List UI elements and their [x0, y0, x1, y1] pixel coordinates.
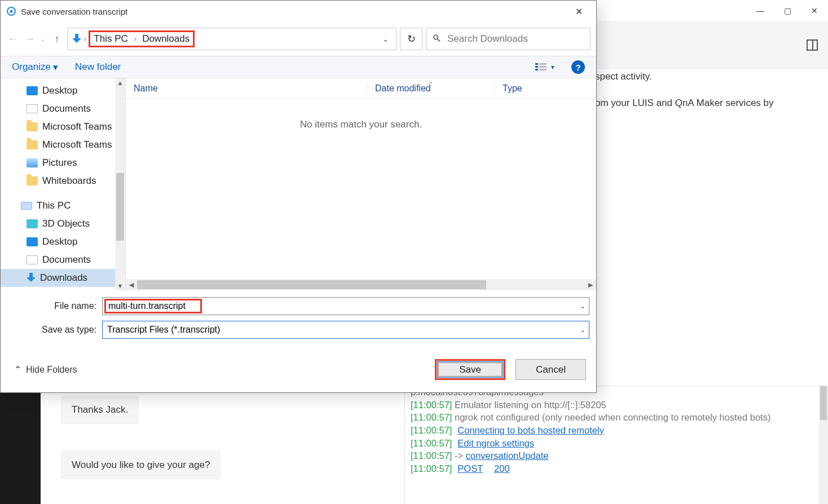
filetype-row: Save as type: Transcript Files (*.transc… — [7, 321, 589, 339]
new-folder-button[interactable]: New folder — [75, 61, 121, 73]
nav-recent-dropdown[interactable]: ⌄ — [40, 36, 47, 43]
search-input[interactable]: 🔍︎ — [426, 28, 591, 50]
nav-back-button[interactable]: ← — [6, 32, 20, 46]
pictures-icon — [27, 158, 38, 167]
organize-label: Organize — [12, 61, 51, 73]
nav-forward-button[interactable]: → — [23, 32, 37, 46]
log-arrow: -> — [452, 450, 465, 461]
help-button[interactable]: ? — [571, 60, 585, 74]
chat-bubble-2: Would you like to give your age? — [61, 451, 221, 479]
breadcrumb-sep-0: › — [83, 34, 86, 44]
tree-item-desktop-2[interactable]: Desktop — [1, 233, 125, 251]
col-type[interactable]: Type — [495, 83, 596, 94]
address-bar[interactable]: › This PC › Downloads ⌄ — [67, 28, 397, 50]
log-link-remote[interactable]: Connecting to bots hosted remotely — [457, 425, 604, 435]
files-hscrollbar[interactable]: ◀ ▶ — [126, 279, 596, 290]
log-ts-5: [11:00:57] — [411, 450, 452, 461]
layout-toggle-icon[interactable] — [807, 39, 818, 51]
filetype-select[interactable]: Transcript Files (*.transcript) ⌄ — [102, 321, 589, 339]
close-button[interactable]: ✕ — [801, 0, 828, 21]
address-dropdown[interactable]: ⌄ — [378, 35, 393, 43]
log-link-ngrok[interactable]: Edit ngrok settings — [457, 438, 534, 448]
tree-item-msteams-2[interactable]: Microsoft Teams — [1, 136, 125, 154]
documents-icon — [27, 104, 38, 113]
folder-icon — [27, 176, 38, 185]
tree-scrollbar[interactable]: ▲ ▼ — [115, 78, 125, 290]
hide-folders-label: Hide Folders — [26, 365, 77, 375]
log-ts-6: [11:00:57] — [411, 463, 452, 474]
tree-scroll-thumb[interactable] — [116, 173, 124, 241]
filename-input[interactable]: multi-turn.transcript ⌄ — [102, 297, 589, 315]
breadcrumb-downloads[interactable]: Downloads — [142, 33, 190, 45]
dialog-nav-row: ← → ⌄ ↑ › This PC › Downloads ⌄ ↻ 🔍︎ — [1, 22, 596, 56]
log-link-200[interactable]: 200 — [494, 463, 510, 474]
hide-folders-toggle[interactable]: ⌃ Hide Folders — [11, 364, 425, 375]
filename-highlight: multi-turn.transcript — [104, 299, 202, 313]
tree-label: Desktop — [42, 236, 77, 247]
sort-indicator-icon: ⌄ — [428, 78, 433, 85]
desktop-icon — [27, 237, 38, 246]
dialog-titlebar: Save conversation transcript ✕ — [1, 1, 596, 22]
tree-label: Whiteboards — [42, 175, 96, 187]
filename-dropdown-icon[interactable]: ⌄ — [580, 302, 585, 310]
view-dropdown-caret[interactable]: ▾ — [551, 63, 554, 71]
dialog-close-button[interactable]: ✕ — [566, 1, 592, 22]
view-mode-control[interactable]: ▾ — [535, 62, 554, 72]
search-field[interactable] — [447, 33, 584, 45]
log-link-convupdate[interactable]: conversationUpdate — [466, 450, 549, 461]
scroll-right-icon[interactable]: ▶ — [585, 281, 596, 289]
tree-item-documents[interactable]: Documents — [1, 100, 125, 118]
chevron-down-icon: ▾ — [53, 61, 58, 73]
log-link-post[interactable]: POST — [457, 463, 483, 474]
organize-menu[interactable]: Organize ▾ — [12, 61, 58, 73]
breadcrumb-this-pc[interactable]: This PC — [94, 33, 127, 45]
svg-rect-7 — [539, 69, 547, 70]
chat-bubble-1: Thanks Jack. — [61, 396, 139, 424]
tree-item-whiteboards[interactable]: Whiteboards — [1, 172, 125, 190]
tree-label: Pictures — [42, 157, 77, 169]
view-details-icon — [535, 62, 547, 72]
maximize-button[interactable]: ▢ — [774, 0, 801, 21]
nav-up-button[interactable]: ↑ — [50, 32, 64, 46]
col-name[interactable]: Name — [126, 83, 367, 94]
cancel-button[interactable]: Cancel — [516, 359, 586, 380]
tree-item-pictures[interactable]: Pictures — [1, 154, 125, 172]
log-ts-4: [11:00:57] — [411, 438, 452, 448]
file-list-pane: Name ⌄Date modified Type No items match … — [126, 78, 596, 290]
minimize-button[interactable]: — — [747, 0, 774, 21]
log-scroll-thumb[interactable] — [820, 386, 827, 420]
tree-item-downloads[interactable]: Downloads — [1, 269, 125, 287]
desktop-icon — [27, 86, 38, 95]
folder-icon — [27, 140, 38, 149]
hscroll-thumb[interactable] — [137, 280, 486, 289]
scroll-down-icon[interactable]: ▼ — [116, 281, 125, 290]
tree-item-documents-2[interactable]: Documents — [1, 251, 125, 269]
log-ts-1: [11:00:57] — [411, 400, 452, 410]
filename-label: File name: — [7, 301, 102, 311]
scroll-left-icon[interactable]: ◀ — [126, 281, 137, 289]
log-scrollbar[interactable] — [819, 386, 828, 504]
svg-rect-4 — [535, 69, 538, 70]
dialog-fields: File name: multi-turn.transcript ⌄ Save … — [1, 290, 596, 347]
this-pc-icon — [21, 202, 32, 210]
intro-line-2: om your LUIS and QnA Maker services by — [595, 95, 817, 112]
tree-item-desktop[interactable]: Desktop — [1, 82, 125, 100]
col-date[interactable]: ⌄Date modified — [367, 83, 495, 94]
tree-item-this-pc[interactable]: This PC — [1, 197, 125, 215]
svg-rect-6 — [539, 66, 547, 68]
documents-icon — [27, 255, 38, 264]
folder-tree[interactable]: Desktop Documents Microsoft Teams Micros… — [1, 78, 126, 290]
filetype-label: Save as type: — [7, 325, 102, 335]
log-panel: p://localhost:3978/api/messages [11:00:5… — [411, 386, 781, 504]
tree-item-msteams-1[interactable]: Microsoft Teams — [1, 118, 125, 136]
downloads-icon — [72, 34, 81, 44]
filetype-dropdown-icon[interactable]: ⌄ — [580, 326, 585, 334]
refresh-button[interactable]: ↻ — [400, 28, 422, 50]
tree-item-3d-objects[interactable]: 3D Objects — [1, 215, 125, 233]
scroll-up-icon[interactable]: ▲ — [116, 78, 125, 87]
tree-label: Microsoft Teams — [42, 139, 112, 151]
empty-message: No items match your search. — [300, 119, 422, 130]
intro-line-1: spect activity. — [595, 69, 817, 85]
log-text-ngrok: ngrok not configured (only needed when c… — [452, 412, 770, 422]
save-button[interactable]: Save — [435, 359, 505, 380]
